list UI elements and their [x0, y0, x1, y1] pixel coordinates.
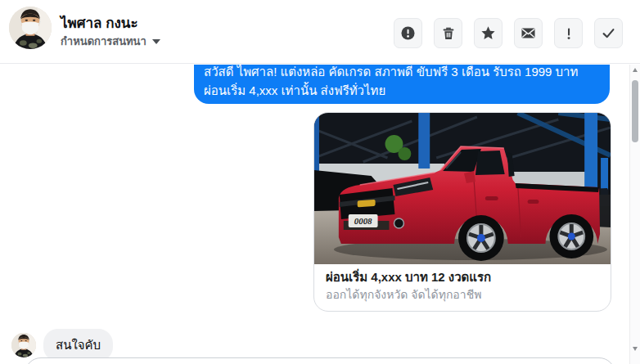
contact-name: ไพศาล กงนะ: [61, 11, 138, 34]
attachment-card-footer: ผ่อนเริ่ม 4,xxx บาท 12 งวดแรก ออกได้ทุกจ…: [314, 264, 611, 311]
conversation-menu-dropdown[interactable]: กำหนดการสนทนา: [61, 33, 160, 50]
exclamation-icon: [561, 26, 576, 41]
attachment-card-title: ผ่อนเริ่ม 4,xxx บาท 12 งวดแรก: [326, 269, 599, 285]
rear-wheel: [549, 214, 593, 258]
scroll-down-arrow-icon[interactable]: [633, 347, 638, 351]
check-icon: [601, 25, 616, 41]
envelope-icon: [521, 25, 536, 41]
conversation-header: ไพศาล กงนะ กำหนดการสนทนา: [0, 0, 640, 64]
alert-circle-icon: [400, 25, 416, 41]
mark-done-button[interactable]: [594, 18, 623, 48]
incoming-message-text: สนใจคับ: [56, 338, 101, 352]
scrollbar-thumb[interactable]: [632, 80, 638, 142]
header-action-bar: [394, 18, 623, 48]
contact-avatar[interactable]: [9, 7, 52, 49]
mark-important-button[interactable]: [554, 18, 583, 48]
delete-button[interactable]: [434, 18, 462, 48]
message-input[interactable]: [25, 357, 615, 364]
person-avatar-icon: [9, 7, 52, 49]
message-thread: สวัสดี ไพศาล! แต่งหล่อ คัดเกรด สภาพดี ขั…: [0, 65, 640, 364]
scroll-up-arrow-icon[interactable]: [633, 68, 638, 72]
attachment-card[interactable]: 0008: [313, 112, 611, 312]
contact-avatar-small[interactable]: [11, 333, 36, 357]
person-avatar-icon: [11, 333, 36, 357]
chevron-down-icon: [152, 39, 160, 44]
license-plate-text: 0008: [354, 216, 372, 226]
star-icon: [480, 25, 496, 41]
outgoing-message-bubble: สวัสดี ไพศาล! แต่งหล่อ คัดเกรด สภาพดี ขั…: [194, 65, 610, 104]
attachment-card-subtitle: ออกได้ทุกจังหวัด จัดได้ทุกอาชีพ: [326, 287, 599, 303]
trash-icon: [441, 26, 456, 41]
truck-photo[interactable]: 0008: [314, 113, 611, 264]
conversation-menu-label: กำหนดการสนทนา: [61, 33, 146, 50]
outgoing-message-text: สวัสดี ไพศาล! แต่งหล่อ คัดเกรด สภาพดี ขั…: [204, 65, 578, 97]
front-wheel: [458, 215, 504, 261]
mark-unread-button[interactable]: [514, 18, 543, 48]
report-button[interactable]: [394, 18, 422, 48]
chat-scrollbar[interactable]: [629, 65, 640, 364]
messenger-conversation-window: ไพศาล กงนะ กำหนดการสนทนา: [0, 0, 640, 364]
incoming-message-row: สนใจคับ: [11, 329, 113, 362]
incoming-message-bubble: สนใจคับ: [43, 329, 113, 362]
star-button[interactable]: [474, 18, 503, 48]
